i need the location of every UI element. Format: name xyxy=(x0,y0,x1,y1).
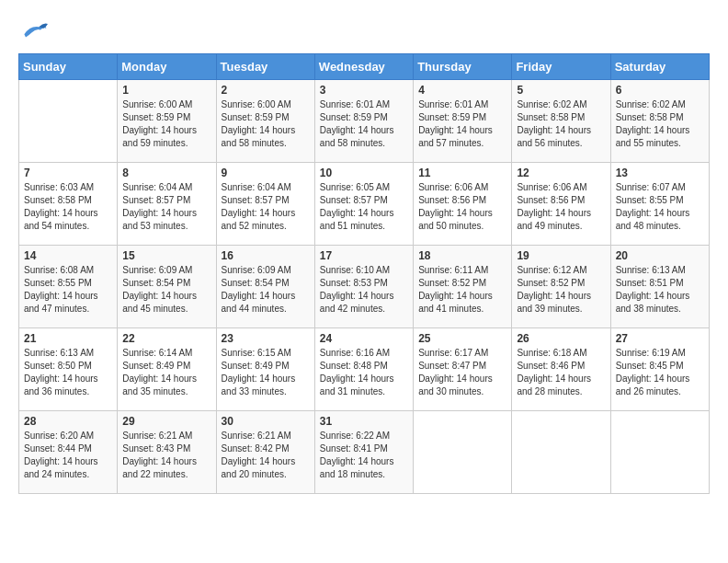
calendar-cell: 28Sunrise: 6:20 AM Sunset: 8:44 PM Dayli… xyxy=(19,411,118,494)
calendar-cell: 11Sunrise: 6:06 AM Sunset: 8:56 PM Dayli… xyxy=(414,163,512,246)
day-number: 23 xyxy=(222,332,310,345)
day-number: 1 xyxy=(122,84,210,97)
day-info: Sunrise: 6:07 AM Sunset: 8:55 PM Dayligh… xyxy=(616,181,704,233)
calendar-cell: 12Sunrise: 6:06 AM Sunset: 8:56 PM Dayli… xyxy=(512,163,610,246)
day-number: 8 xyxy=(122,167,210,179)
day-number: 25 xyxy=(418,332,506,345)
calendar-cell: 27Sunrise: 6:19 AM Sunset: 8:45 PM Dayli… xyxy=(610,328,709,411)
header-day-wednesday: Wednesday xyxy=(314,54,413,80)
calendar-header-row: SundayMondayTuesdayWednesdayThursdayFrid… xyxy=(19,54,710,80)
day-info: Sunrise: 6:20 AM Sunset: 8:44 PM Dayligh… xyxy=(24,430,112,481)
calendar-cell xyxy=(414,411,512,494)
calendar-cell: 20Sunrise: 6:13 AM Sunset: 8:51 PM Dayli… xyxy=(610,246,709,328)
calendar-week-row: 21Sunrise: 6:13 AM Sunset: 8:50 PM Dayli… xyxy=(19,328,710,411)
day-number: 27 xyxy=(616,332,704,345)
calendar-week-row: 7Sunrise: 6:03 AM Sunset: 8:58 PM Daylig… xyxy=(19,163,710,246)
calendar-cell: 8Sunrise: 6:04 AM Sunset: 8:57 PM Daylig… xyxy=(118,163,216,246)
day-info: Sunrise: 6:15 AM Sunset: 8:49 PM Dayligh… xyxy=(222,347,310,398)
day-number: 4 xyxy=(418,84,506,97)
day-info: Sunrise: 6:13 AM Sunset: 8:50 PM Dayligh… xyxy=(24,347,112,398)
day-number: 28 xyxy=(24,415,112,428)
day-number: 3 xyxy=(320,84,408,97)
calendar-cell: 1Sunrise: 6:00 AM Sunset: 8:59 PM Daylig… xyxy=(118,80,216,163)
day-number: 13 xyxy=(616,167,704,179)
calendar-cell: 4Sunrise: 6:01 AM Sunset: 8:59 PM Daylig… xyxy=(414,80,512,163)
day-info: Sunrise: 6:13 AM Sunset: 8:51 PM Dayligh… xyxy=(616,264,704,316)
day-info: Sunrise: 6:21 AM Sunset: 8:42 PM Dayligh… xyxy=(222,430,310,481)
calendar-cell: 16Sunrise: 6:09 AM Sunset: 8:54 PM Dayli… xyxy=(216,246,314,328)
calendar-cell: 30Sunrise: 6:21 AM Sunset: 8:42 PM Dayli… xyxy=(216,411,314,494)
day-number: 24 xyxy=(320,332,408,345)
calendar-cell: 25Sunrise: 6:17 AM Sunset: 8:47 PM Dayli… xyxy=(414,328,512,411)
calendar-cell: 24Sunrise: 6:16 AM Sunset: 8:48 PM Dayli… xyxy=(314,328,413,411)
calendar-cell: 3Sunrise: 6:01 AM Sunset: 8:59 PM Daylig… xyxy=(314,80,413,163)
day-info: Sunrise: 6:01 AM Sunset: 8:59 PM Dayligh… xyxy=(320,98,408,150)
header-day-tuesday: Tuesday xyxy=(216,54,314,80)
calendar-cell: 31Sunrise: 6:22 AM Sunset: 8:41 PM Dayli… xyxy=(314,411,413,494)
day-info: Sunrise: 6:03 AM Sunset: 8:58 PM Dayligh… xyxy=(24,181,112,233)
header-day-thursday: Thursday xyxy=(414,54,512,80)
day-info: Sunrise: 6:08 AM Sunset: 8:55 PM Dayligh… xyxy=(24,264,112,316)
calendar-cell: 17Sunrise: 6:10 AM Sunset: 8:53 PM Dayli… xyxy=(314,246,413,328)
calendar-cell: 22Sunrise: 6:14 AM Sunset: 8:49 PM Dayli… xyxy=(118,328,216,411)
day-number: 9 xyxy=(222,167,310,179)
day-info: Sunrise: 6:04 AM Sunset: 8:57 PM Dayligh… xyxy=(222,181,310,233)
day-number: 16 xyxy=(222,249,310,262)
day-info: Sunrise: 6:09 AM Sunset: 8:54 PM Dayligh… xyxy=(222,264,310,316)
header-day-friday: Friday xyxy=(512,54,610,80)
day-number: 18 xyxy=(418,249,506,262)
day-info: Sunrise: 6:16 AM Sunset: 8:48 PM Dayligh… xyxy=(320,347,408,398)
day-info: Sunrise: 6:12 AM Sunset: 8:52 PM Dayligh… xyxy=(517,264,605,316)
day-number: 20 xyxy=(616,249,704,262)
calendar-cell: 7Sunrise: 6:03 AM Sunset: 8:58 PM Daylig… xyxy=(19,163,118,246)
calendar-cell: 19Sunrise: 6:12 AM Sunset: 8:52 PM Dayli… xyxy=(512,246,610,328)
day-number: 17 xyxy=(320,249,408,262)
day-info: Sunrise: 6:02 AM Sunset: 8:58 PM Dayligh… xyxy=(616,98,704,150)
day-number: 31 xyxy=(320,415,408,428)
day-info: Sunrise: 6:14 AM Sunset: 8:49 PM Dayligh… xyxy=(122,347,210,398)
calendar-cell: 29Sunrise: 6:21 AM Sunset: 8:43 PM Dayli… xyxy=(118,411,216,494)
calendar-cell xyxy=(610,411,709,494)
day-info: Sunrise: 6:00 AM Sunset: 8:59 PM Dayligh… xyxy=(122,98,210,150)
day-info: Sunrise: 6:06 AM Sunset: 8:56 PM Dayligh… xyxy=(517,181,605,233)
calendar-cell xyxy=(19,80,118,163)
day-info: Sunrise: 6:10 AM Sunset: 8:53 PM Dayligh… xyxy=(320,264,408,316)
day-number: 7 xyxy=(24,167,112,179)
day-number: 19 xyxy=(517,249,605,262)
day-info: Sunrise: 6:11 AM Sunset: 8:52 PM Dayligh… xyxy=(418,264,506,316)
page-header xyxy=(18,18,710,44)
logo-icon xyxy=(18,18,48,44)
day-number: 11 xyxy=(418,167,506,179)
calendar-week-row: 28Sunrise: 6:20 AM Sunset: 8:44 PM Dayli… xyxy=(19,411,710,494)
calendar-cell: 15Sunrise: 6:09 AM Sunset: 8:54 PM Dayli… xyxy=(118,246,216,328)
header-day-sunday: Sunday xyxy=(19,54,118,80)
calendar-cell xyxy=(512,411,610,494)
day-number: 10 xyxy=(320,167,408,179)
day-number: 21 xyxy=(24,332,112,345)
calendar-cell: 6Sunrise: 6:02 AM Sunset: 8:58 PM Daylig… xyxy=(610,80,709,163)
day-number: 29 xyxy=(122,415,210,428)
header-day-monday: Monday xyxy=(118,54,216,80)
day-number: 22 xyxy=(122,332,210,345)
calendar-cell: 5Sunrise: 6:02 AM Sunset: 8:58 PM Daylig… xyxy=(512,80,610,163)
day-info: Sunrise: 6:21 AM Sunset: 8:43 PM Dayligh… xyxy=(122,430,210,481)
day-info: Sunrise: 6:22 AM Sunset: 8:41 PM Dayligh… xyxy=(320,430,408,481)
calendar-cell: 21Sunrise: 6:13 AM Sunset: 8:50 PM Dayli… xyxy=(19,328,118,411)
calendar-cell: 18Sunrise: 6:11 AM Sunset: 8:52 PM Dayli… xyxy=(414,246,512,328)
day-number: 14 xyxy=(24,249,112,262)
day-info: Sunrise: 6:06 AM Sunset: 8:56 PM Dayligh… xyxy=(418,181,506,233)
calendar-week-row: 1Sunrise: 6:00 AM Sunset: 8:59 PM Daylig… xyxy=(19,80,710,163)
day-info: Sunrise: 6:05 AM Sunset: 8:57 PM Dayligh… xyxy=(320,181,408,233)
calendar-cell: 23Sunrise: 6:15 AM Sunset: 8:49 PM Dayli… xyxy=(216,328,314,411)
calendar-cell: 13Sunrise: 6:07 AM Sunset: 8:55 PM Dayli… xyxy=(610,163,709,246)
day-info: Sunrise: 6:19 AM Sunset: 8:45 PM Dayligh… xyxy=(616,347,704,398)
calendar-cell: 9Sunrise: 6:04 AM Sunset: 8:57 PM Daylig… xyxy=(216,163,314,246)
day-number: 12 xyxy=(517,167,605,179)
calendar-week-row: 14Sunrise: 6:08 AM Sunset: 8:55 PM Dayli… xyxy=(19,246,710,328)
day-info: Sunrise: 6:18 AM Sunset: 8:46 PM Dayligh… xyxy=(517,347,605,398)
calendar-cell: 2Sunrise: 6:00 AM Sunset: 8:59 PM Daylig… xyxy=(216,80,314,163)
day-number: 26 xyxy=(517,332,605,345)
calendar-cell: 14Sunrise: 6:08 AM Sunset: 8:55 PM Dayli… xyxy=(19,246,118,328)
logo xyxy=(18,18,51,44)
day-number: 6 xyxy=(616,84,704,97)
